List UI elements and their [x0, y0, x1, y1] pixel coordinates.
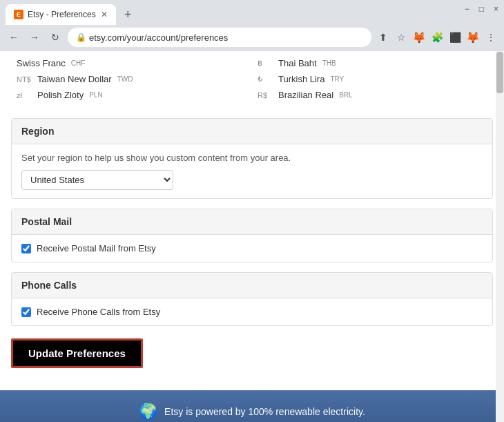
active-tab[interactable]: E Etsy - Preferences ✕: [6, 4, 116, 25]
currency-code-brl: BRL: [339, 91, 352, 99]
phone-calls-checkbox-row[interactable]: Receive Phone Calls from Etsy: [21, 307, 483, 317]
postal-mail-checkbox[interactable]: [21, 244, 31, 253]
update-preferences-button[interactable]: Update Preferences: [11, 338, 143, 368]
bookmark-icon[interactable]: ☆: [394, 30, 409, 45]
currency-item-pln: zł Polish Zloty PLN: [11, 88, 252, 102]
phone-calls-section: Phone Calls Receive Phone Calls from Ets…: [11, 272, 493, 326]
currency-item-twd: NT$ Taiwan New Dollar TWD: [11, 73, 252, 86]
tab-title: Etsy - Preferences: [28, 10, 97, 19]
profile-icon[interactable]: 🦊: [411, 30, 427, 45]
phone-calls-checkbox[interactable]: [21, 307, 31, 317]
region-section: Region Set your region to help us show y…: [11, 118, 493, 199]
currency-sym-twd: NT$: [17, 75, 33, 84]
region-section-header: Region: [12, 119, 492, 144]
profile2-icon[interactable]: 🦊: [465, 30, 481, 45]
footer: 🌍 Etsy is powered by 100% renewable elec…: [0, 390, 504, 422]
globe-icon: 🌍: [139, 403, 157, 421]
currency-code-try: TRY: [330, 75, 344, 83]
back-button[interactable]: ←: [6, 29, 22, 46]
currency-grid: Swiss Franc CHF ฿ Thai Baht THB NT$ Taiw…: [11, 57, 493, 102]
phone-calls-label: Receive Phone Calls from Etsy: [37, 307, 160, 317]
url-text: etsy.com/your/account/preferences: [89, 32, 228, 43]
currency-code-twd: TWD: [117, 75, 133, 83]
menu-icon[interactable]: ⋮: [483, 30, 498, 45]
region-select[interactable]: United States United Kingdom Canada Aust…: [21, 170, 173, 190]
currency-name-thb: Thai Baht: [278, 58, 317, 68]
phone-calls-header: Phone Calls: [12, 273, 492, 298]
currency-sym-thb: ฿: [258, 59, 274, 68]
cast-icon[interactable]: ⬆: [376, 30, 391, 45]
currency-code-chf: CHF: [71, 59, 86, 67]
forward-button[interactable]: →: [26, 29, 43, 46]
tab-close-button[interactable]: ✕: [101, 10, 108, 19]
minimize-button[interactable]: −: [465, 4, 469, 14]
currency-name-pln: Polish Zloty: [37, 90, 84, 100]
footer-text: Etsy is powered by 100% renewable electr…: [164, 406, 365, 417]
region-description: Set your region to help us show you cust…: [21, 153, 483, 163]
puzzle-icon[interactable]: 🧩: [429, 30, 445, 45]
currency-name-twd: Taiwan New Dollar: [37, 74, 112, 84]
currency-name-chf: Swiss Franc: [17, 58, 66, 68]
reload-button[interactable]: ↻: [47, 29, 64, 46]
tab-favicon: E: [14, 10, 23, 19]
postal-mail-header: Postal Mail: [12, 209, 492, 235]
currency-table-section: Swiss Franc CHF ฿ Thai Baht THB NT$ Taiw…: [11, 51, 493, 110]
maximize-button[interactable]: □: [479, 4, 484, 14]
scrollbar-thumb[interactable]: [496, 52, 503, 93]
close-button[interactable]: ×: [494, 4, 498, 14]
currency-name-brl: Brazilian Real: [278, 90, 333, 100]
scrollbar-track[interactable]: [496, 51, 504, 422]
postal-mail-section: Postal Mail Receive Postal Mail from Ets…: [11, 209, 493, 262]
address-bar-input[interactable]: 🔒 etsy.com/your/account/preferences: [68, 28, 371, 47]
currency-name-try: Turkish Lira: [278, 74, 324, 84]
currency-code-thb: THB: [322, 59, 336, 67]
currency-code-pln: PLN: [89, 91, 102, 99]
postal-mail-checkbox-row[interactable]: Receive Postal Mail from Etsy: [21, 243, 483, 253]
page-content: Swiss Franc CHF ฿ Thai Baht THB NT$ Taiw…: [0, 51, 504, 422]
currency-sym-brl: R$: [258, 91, 274, 99]
currency-item-try: ₺ Turkish Lira TRY: [252, 73, 493, 86]
postal-mail-label: Receive Postal Mail from Etsy: [37, 243, 156, 253]
currency-item-brl: R$ Brazilian Real BRL: [252, 88, 493, 102]
currency-item-thb: ฿ Thai Baht THB: [252, 57, 493, 70]
currency-item-chf: Swiss Franc CHF: [11, 57, 252, 70]
currency-sym-pln: zł: [17, 91, 33, 99]
sidebar-icon[interactable]: ⬛: [447, 30, 463, 45]
new-tab-button[interactable]: +: [119, 4, 137, 25]
currency-sym-try: ₺: [258, 75, 274, 84]
